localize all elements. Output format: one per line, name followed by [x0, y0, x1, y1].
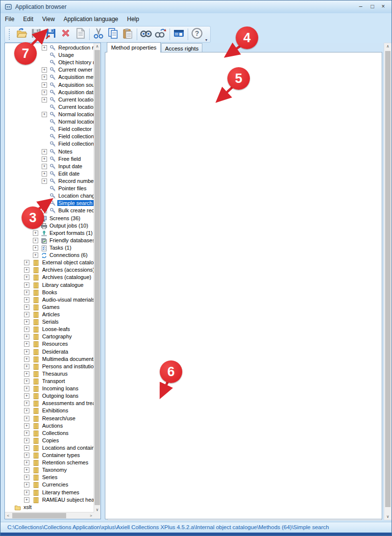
expand-plus-icon[interactable]: + [33, 238, 38, 243]
expand-plus-icon[interactable]: + [24, 341, 29, 347]
tree-item-taxonomy[interactable]: +Taxonomy [5, 466, 95, 474]
tree-item-acquisition-date[interactable]: +Acquisition date [5, 89, 95, 96]
open-button[interactable] [14, 27, 29, 41]
expand-plus-icon[interactable]: + [33, 230, 38, 236]
tree-item-retention-schemes[interactable]: +Retention schemes [5, 459, 95, 466]
scrollbar-thumb[interactable] [385, 51, 391, 507]
tree-item-thesaurus[interactable]: +Thesaurus [5, 370, 95, 378]
expand-plus-icon[interactable]: + [24, 379, 29, 384]
tree-item-screens-36[interactable]: Screens (36) [5, 215, 95, 222]
menu-view[interactable]: View [38, 13, 59, 25]
find-next-button[interactable] [153, 27, 168, 41]
tree-item-simple-search[interactable]: Simple search [5, 200, 95, 207]
help-button[interactable]: ? [190, 27, 204, 41]
expand-plus-icon[interactable]: + [24, 438, 29, 443]
tree-item-exhibitions[interactable]: +Exhibitions [5, 407, 95, 414]
close-icon[interactable]: × [378, 2, 389, 11]
tree-item-loose-leafs[interactable]: +Loose-leafs [5, 326, 95, 333]
tree-item-tasks-1[interactable]: +Tasks (1) [5, 244, 95, 252]
tab-access-rights[interactable]: Access rights [161, 43, 202, 52]
tree-item-audio-visual-materials[interactable]: +Audio-visual materials [5, 296, 95, 304]
expand-plus-icon[interactable]: + [42, 112, 47, 117]
expand-plus-icon[interactable]: + [24, 475, 29, 480]
expand-plus-icon[interactable]: + [24, 423, 29, 429]
tree-item-bulk-create-recor[interactable]: +Bulk create recor [5, 207, 95, 214]
maximize-icon[interactable]: □ [367, 2, 378, 11]
tree-item-library-catalogue[interactable]: +Library catalogue [5, 281, 95, 289]
menu-help[interactable]: Help [122, 13, 144, 25]
scrollbar-thumb[interactable] [95, 50, 100, 505]
expand-plus-icon[interactable]: + [24, 312, 29, 317]
tree-item-current-owner[interactable]: +Current owner [5, 66, 95, 74]
expand-plus-icon[interactable]: + [24, 497, 29, 503]
tree-item-serials[interactable]: +Serials [5, 318, 95, 326]
page-vertical-scrollbar[interactable]: ∧ ∨ [384, 43, 392, 520]
expand-plus-icon[interactable]: + [42, 164, 47, 169]
expand-plus-icon[interactable]: + [42, 67, 47, 73]
tree-item-persons-and-institutions[interactable]: +Persons and institutions [5, 363, 95, 370]
copy-button[interactable] [106, 27, 121, 41]
tree-item-container-types[interactable]: +Container types [5, 452, 95, 459]
tree-item-articles[interactable]: +Articles [5, 311, 95, 318]
menu-edit[interactable]: Edit [19, 13, 38, 25]
expand-plus-icon[interactable]: + [33, 245, 38, 251]
tree-item-incoming-loans[interactable]: +Incoming loans [5, 385, 95, 392]
menu-file[interactable]: File [0, 13, 19, 25]
tree-item-locations-and-containers[interactable]: +Locations and containers [5, 444, 95, 452]
tree-item-books[interactable]: +Books [5, 289, 95, 296]
tree-item-input-date[interactable]: +Input date [5, 163, 95, 170]
tree-item-cartography[interactable]: +Cartography [5, 333, 95, 340]
id-card-button[interactable] [172, 27, 186, 41]
expand-plus-icon[interactable]: + [42, 149, 47, 154]
tree-horizontal-scrollbar[interactable]: < > [5, 512, 94, 519]
toolbar-grip[interactable] [9, 29, 12, 40]
tree-item-auctions[interactable]: +Auctions [5, 422, 95, 430]
tree-item-transport[interactable]: +Transport [5, 378, 95, 385]
tree-item-archives-accessions[interactable]: +Archives (accessions) [5, 266, 95, 274]
expand-plus-icon[interactable]: + [42, 90, 47, 95]
expand-plus-icon[interactable]: + [24, 460, 29, 465]
tree-item-notes[interactable]: +Notes [5, 148, 95, 155]
tree-item-desiderata[interactable]: +Desiderata [5, 348, 95, 356]
tree-item-currencies[interactable]: +Currencies [5, 481, 95, 488]
expand-plus-icon[interactable]: + [24, 453, 29, 458]
expand-plus-icon[interactable]: + [24, 490, 29, 495]
tree-item-export-formats-1[interactable]: +Export formats (1) [5, 230, 95, 237]
expand-plus-icon[interactable]: + [24, 386, 29, 391]
tree-item-pointer-files[interactable]: Pointer files [5, 185, 95, 192]
new-document-button[interactable] [73, 27, 88, 41]
expand-plus-icon[interactable]: + [24, 467, 29, 473]
expand-plus-icon[interactable]: + [24, 371, 29, 377]
save-button[interactable] [29, 27, 44, 41]
tree-vertical-scrollbar[interactable]: ∧ ∨ [94, 43, 100, 513]
tree-item-field-collector[interactable]: Field collector [5, 126, 95, 133]
tree-item-location-change[interactable]: Location change [5, 192, 95, 200]
tab-method-properties[interactable]: Method properties [107, 42, 161, 52]
tree-item-normal-location-b[interactable]: +Normal location b [5, 111, 95, 118]
scrollbar-thumb[interactable] [12, 513, 66, 518]
tree-item-normal-location-n[interactable]: Normal location n [5, 118, 95, 126]
expand-plus-icon[interactable]: + [24, 393, 29, 399]
tree-item-output-jobs-10[interactable]: Output jobs (10) [5, 222, 95, 230]
expand-plus-icon[interactable]: + [24, 416, 29, 421]
tree-item-assessments-and-treatmer[interactable]: +Assessments and treatmer [5, 400, 95, 407]
tree-item-rameau-subject-heading[interactable]: +RAMEAU subject heading [5, 496, 95, 504]
tree-item-collections[interactable]: +Collections [5, 430, 95, 437]
expand-plus-icon[interactable]: + [42, 75, 47, 80]
expand-plus-icon[interactable]: + [42, 171, 47, 177]
tree-item-multimedia-documentation[interactable]: +Multimedia documentation [5, 356, 95, 363]
tree-item-record-number[interactable]: +Record number [5, 178, 95, 185]
tree-item-xslt[interactable]: xslt [5, 504, 95, 511]
tree-item-friendly-databases-1[interactable]: +Friendly databases (1) [5, 237, 95, 244]
tree-item-literary-themes[interactable]: +Literary themes [5, 489, 95, 496]
expand-plus-icon[interactable]: + [24, 357, 29, 362]
expand-plus-icon[interactable]: + [24, 319, 29, 325]
tree-item-external-object-catalogue[interactable]: +External object catalogue [5, 259, 95, 266]
expand-plus-icon[interactable]: + [24, 282, 29, 288]
expand-plus-icon[interactable]: + [24, 305, 29, 310]
tree-item-series[interactable]: +Series [5, 474, 95, 481]
expand-plus-icon[interactable]: + [42, 82, 47, 88]
expand-plus-icon[interactable]: + [24, 482, 29, 487]
expand-plus-icon[interactable]: + [24, 260, 29, 265]
cut-button[interactable] [91, 27, 106, 41]
